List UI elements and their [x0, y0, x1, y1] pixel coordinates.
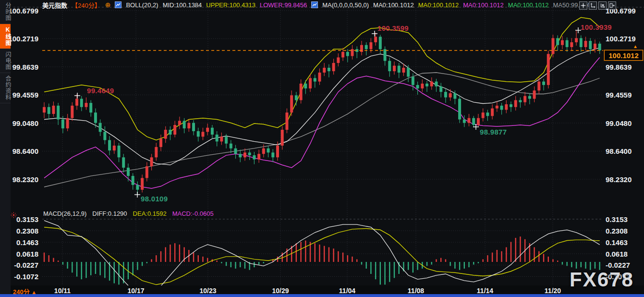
price-annotation-low: 98.0109: [141, 195, 168, 203]
sidebar-tab-kline-chart[interactable]: K线图: [0, 24, 11, 49]
price-annotation-high: 100.3939: [581, 23, 612, 31]
macd-tick-label: 0.0618: [606, 250, 644, 258]
trading-terminal: 分时图 K线图 闪电图 合约资料 美元指数 【240分】 ⊕ BOLL(20,2…: [0, 0, 644, 297]
price-up-arrow-icon: ▲: [633, 44, 638, 49]
watermark: FX678: [570, 268, 634, 291]
crosshair-icon[interactable]: ⊕: [105, 1, 111, 8]
taskbar-strip: [0, 294, 644, 297]
sidebar-tab-contract-info[interactable]: 合约资料: [0, 73, 11, 103]
last-price-tag: 100.1012: [604, 50, 643, 61]
chart-type-icon: [115, 1, 122, 8]
chart-toolbar: [579, 1, 616, 10]
macd-value: MACD:-0.0605: [172, 210, 214, 217]
price-tick-label: 99.4559: [606, 91, 644, 99]
price-tick-label: 98.2320: [606, 175, 644, 184]
indicator-legend: 美元指数 【240分】 ⊕ BOLL(20,2) MID:100.1384 UP…: [42, 0, 594, 10]
date-tick-label: 11/14: [468, 287, 502, 295]
price-annotation-high: 99.4649: [87, 87, 114, 95]
price-tick-label: 99.8639: [606, 63, 644, 71]
sidebar: 分时图 K线图 闪电图 合约资料: [0, 0, 11, 297]
date-tick-label: 10/23: [191, 287, 225, 295]
ma0-value-2: MA0:100.1012: [418, 1, 459, 9]
date-tick-label: 10/29: [264, 287, 297, 295]
price-annotation-high: 100.3599: [377, 24, 409, 32]
macd-legend: MACD(26,12,9) DIFF:0.1290 DEA:0.1592 MAC…: [43, 210, 214, 217]
ma0-value-4: MA0:100.1012: [508, 1, 549, 9]
boll-label: BOLL(20,2): [126, 1, 158, 9]
date-tick-label: 11/08: [399, 287, 433, 295]
boll-upper-value: UPPER:100.4313: [206, 1, 255, 9]
exit-chart-icon[interactable]: [608, 1, 616, 10]
price-tick-label: 98.6400: [606, 147, 644, 155]
macd-tick-label: 0.3153: [606, 215, 644, 223]
chart-type-icon: [311, 1, 318, 8]
axis-zoom-icon[interactable]: [589, 1, 597, 10]
indicator-flare-icon[interactable]: [11, 211, 17, 220]
symbol-name: 美元指数: [42, 0, 67, 10]
timeframe-label: 【240分】: [72, 0, 101, 10]
macd-tick-label: 0.2308: [606, 227, 644, 235]
macd-diff-value: DIFF:0.1290: [92, 210, 127, 217]
sidebar-tab-lightning-chart[interactable]: 闪电图: [0, 49, 11, 73]
pan-icon[interactable]: [579, 1, 587, 10]
chart-canvas[interactable]: [0, 0, 644, 297]
ma0-value-3: MA0:100.1012: [463, 1, 504, 9]
price-annotation-low: 98.9877: [480, 128, 507, 136]
date-tick-label: 11/04: [330, 287, 364, 295]
price-tick-label: 99.0480: [606, 119, 644, 127]
price-tick-label: 100.2719: [606, 35, 644, 43]
sidebar-tab-time-chart[interactable]: 分时图: [0, 0, 11, 24]
date-tick-label: 11/20: [536, 287, 570, 295]
ma0-value-1: MA0:100.1012: [373, 1, 414, 9]
axis-scale-icon[interactable]: [598, 1, 607, 10]
date-tick-label: 10/11: [46, 287, 79, 295]
macd-dea-value: DEA:0.1592: [133, 210, 167, 217]
boll-mid-value: MID:100.1384: [163, 1, 202, 9]
date-tick-label: 10/17: [119, 287, 153, 295]
ma-label: MA(0,0,0,0,50,0): [322, 1, 369, 9]
macd-tick-label: 0.1463: [606, 238, 644, 247]
boll-lower-value: LOWER:99.8456: [260, 1, 307, 9]
macd-name: MACD(26,12,9): [43, 210, 86, 217]
